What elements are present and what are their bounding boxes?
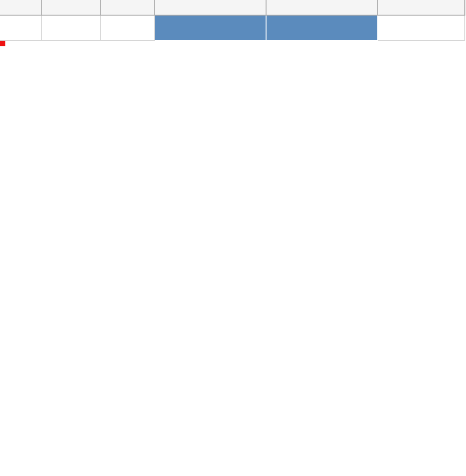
- col-header-f[interactable]: [378, 0, 465, 16]
- spreadsheet: [0, 0, 466, 41]
- cell-blank[interactable]: [378, 16, 465, 41]
- grid-rows: [0, 16, 466, 41]
- col-header-b[interactable]: [42, 0, 101, 16]
- header-row: [0, 16, 466, 41]
- col-header-e[interactable]: [267, 0, 378, 16]
- col-header-c[interactable]: [101, 0, 155, 16]
- header-cls[interactable]: [267, 16, 378, 41]
- highlight-box: [0, 41, 5, 46]
- cell-blank[interactable]: [42, 16, 101, 41]
- cell-blank[interactable]: [0, 16, 42, 41]
- header-seq[interactable]: [155, 16, 267, 41]
- col-header-a-gutter[interactable]: [0, 0, 42, 16]
- column-headers: [0, 0, 466, 16]
- col-header-d[interactable]: [155, 0, 267, 16]
- cell-blank[interactable]: [101, 16, 155, 41]
